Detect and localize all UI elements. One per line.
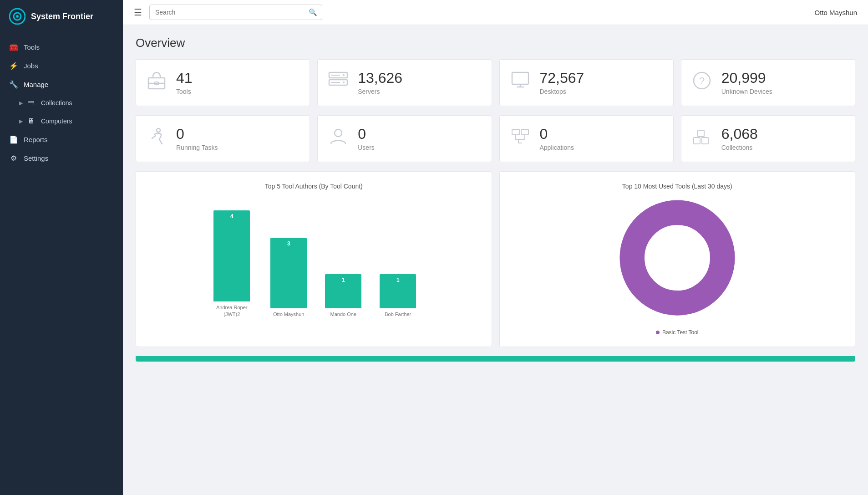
apps-icon bbox=[509, 126, 532, 152]
collections-label: Collections bbox=[721, 144, 758, 151]
toolbox-icon bbox=[145, 70, 168, 96]
search-button[interactable]: 🔍 bbox=[304, 5, 322, 20]
legend-label: Basic Test Tool bbox=[662, 329, 699, 336]
svg-point-17 bbox=[157, 128, 160, 132]
sidebar-item-computers-label: Computers bbox=[41, 117, 72, 125]
desktop-icon bbox=[509, 70, 532, 96]
logo-icon bbox=[9, 8, 25, 25]
jobs-icon: ⚡ bbox=[9, 61, 18, 70]
svg-rect-23 bbox=[698, 130, 704, 137]
donut-legend: Basic Test Tool bbox=[656, 329, 699, 336]
bar-chart-title: Top 5 Tool Authors (By Tool Count) bbox=[145, 183, 482, 190]
main-content: ☰ 🔍 Otto Mayshun Overview bbox=[123, 0, 868, 495]
stat-card-unknown[interactable]: ? 20,999 Unknown Devices bbox=[681, 59, 855, 106]
charts-row: Top 5 Tool Authors (By Tool Count) 4 And… bbox=[136, 171, 855, 347]
tools-icon: 🧰 bbox=[9, 43, 18, 51]
bar-col-1: 3 Otto Mayshun bbox=[270, 238, 307, 317]
unknown-count: 20,999 bbox=[721, 70, 772, 86]
sidebar-item-settings-label: Settings bbox=[24, 154, 48, 162]
stat-info-desktops: 72,567 Desktops bbox=[540, 70, 584, 95]
stat-card-tools[interactable]: 41 Tools bbox=[136, 59, 310, 106]
donut-chart-card: Top 10 Most Used Tools (Last 30 days) Ba… bbox=[499, 171, 856, 347]
collections-count: 6,068 bbox=[721, 126, 758, 142]
settings-icon: ⚙ bbox=[9, 154, 18, 163]
bar-value-2: 1 bbox=[342, 277, 345, 283]
users-label: Users bbox=[358, 144, 375, 151]
hamburger-icon[interactable]: ☰ bbox=[134, 7, 142, 18]
bar-value-1: 3 bbox=[287, 240, 290, 247]
stat-card-applications[interactable]: 0 Applications bbox=[499, 115, 674, 162]
bar-0: 4 bbox=[213, 210, 250, 301]
collections-icon: 🗃 bbox=[26, 99, 36, 107]
stat-info-running-tasks: 0 Running Tasks bbox=[176, 126, 218, 151]
sidebar: System Frontier 🧰 Tools ⚡ Jobs 🔧 Manage … bbox=[0, 0, 123, 495]
svg-rect-20 bbox=[521, 129, 528, 135]
reports-icon: 📄 bbox=[9, 135, 18, 144]
search-bar: 🔍 bbox=[149, 5, 322, 20]
bar-value-0: 4 bbox=[230, 213, 233, 219]
desktops-label: Desktops bbox=[540, 88, 584, 95]
donut-area: Basic Test Tool bbox=[509, 199, 846, 336]
applications-count: 0 bbox=[540, 126, 574, 142]
sidebar-item-jobs-label: Jobs bbox=[24, 62, 38, 70]
desktops-count: 72,567 bbox=[540, 70, 584, 86]
stat-info-applications: 0 Applications bbox=[540, 126, 574, 151]
legend-dot bbox=[656, 331, 660, 334]
sidebar-item-computers[interactable]: ▶ 🖥 Computers bbox=[0, 112, 123, 130]
bar-col-3: 1 Bob Farther bbox=[380, 274, 416, 317]
header: ☰ 🔍 Otto Mayshun bbox=[123, 0, 868, 25]
app-logo[interactable]: System Frontier bbox=[0, 0, 123, 33]
sidebar-item-manage-label: Manage bbox=[24, 81, 48, 88]
sidebar-nav: 🧰 Tools ⚡ Jobs 🔧 Manage ▶ 🗃 Collections … bbox=[0, 33, 123, 172]
unknown-label: Unknown Devices bbox=[721, 88, 772, 95]
search-icon: 🔍 bbox=[309, 8, 317, 16]
stat-info-collections: 6,068 Collections bbox=[721, 126, 758, 151]
svg-rect-21 bbox=[694, 138, 700, 144]
stat-card-desktops[interactable]: 72,567 Desktops bbox=[499, 59, 674, 106]
sidebar-item-reports-label: Reports bbox=[24, 136, 48, 143]
stat-card-collections[interactable]: 6,068 Collections bbox=[681, 115, 855, 162]
bar-col-0: 4 Andrea Roper (JWT)2 bbox=[211, 210, 252, 317]
stat-card-users[interactable]: 0 Users bbox=[317, 115, 492, 162]
chevron-right-icon: ▶ bbox=[19, 100, 23, 106]
sidebar-item-collections[interactable]: ▶ 🗃 Collections bbox=[0, 94, 123, 112]
servers-label: Servers bbox=[358, 88, 402, 95]
sidebar-item-collections-label: Collections bbox=[41, 99, 72, 107]
stat-card-servers[interactable]: 13,626 Servers bbox=[317, 59, 492, 106]
page-content: Overview 41 Tools bbox=[123, 25, 868, 373]
svg-point-18 bbox=[335, 129, 342, 137]
bar-2: 1 bbox=[325, 274, 361, 308]
running-icon bbox=[145, 126, 168, 152]
svg-rect-19 bbox=[512, 129, 519, 135]
svg-rect-22 bbox=[702, 138, 708, 144]
servers-count: 13,626 bbox=[358, 70, 402, 86]
stat-info-unknown: 20,999 Unknown Devices bbox=[721, 70, 772, 95]
chevron-right-icon2: ▶ bbox=[19, 118, 23, 124]
question-icon: ? bbox=[690, 70, 713, 96]
stat-info-tools: 41 Tools bbox=[176, 70, 193, 95]
sidebar-item-tools[interactable]: 🧰 Tools bbox=[0, 38, 123, 56]
donut-svg bbox=[614, 199, 741, 326]
blocks-icon bbox=[690, 126, 713, 152]
stats-grid-row2: 0 Running Tasks 0 Users bbox=[136, 115, 855, 162]
svg-point-8 bbox=[343, 74, 345, 76]
user-icon bbox=[327, 126, 350, 152]
svg-rect-12 bbox=[512, 72, 528, 84]
sidebar-item-settings[interactable]: ⚙ Settings bbox=[0, 149, 123, 168]
bar-label-3: Bob Farther bbox=[385, 311, 411, 317]
stat-card-running-tasks[interactable]: 0 Running Tasks bbox=[136, 115, 310, 162]
running-tasks-label: Running Tasks bbox=[176, 144, 218, 151]
users-count: 0 bbox=[358, 126, 375, 142]
server-icon bbox=[327, 71, 350, 95]
svg-text:?: ? bbox=[699, 75, 705, 87]
sidebar-item-jobs[interactable]: ⚡ Jobs bbox=[0, 56, 123, 75]
bar-chart-card: Top 5 Tool Authors (By Tool Count) 4 And… bbox=[136, 171, 492, 347]
sidebar-item-tools-label: Tools bbox=[24, 43, 40, 51]
svg-point-9 bbox=[343, 82, 345, 83]
stat-info-users: 0 Users bbox=[358, 126, 375, 151]
search-input[interactable] bbox=[150, 5, 304, 19]
sidebar-item-manage[interactable]: 🔧 Manage bbox=[0, 75, 123, 94]
bar-1: 3 bbox=[270, 238, 307, 308]
sidebar-item-reports[interactable]: 📄 Reports bbox=[0, 130, 123, 149]
svg-point-2 bbox=[16, 15, 19, 18]
